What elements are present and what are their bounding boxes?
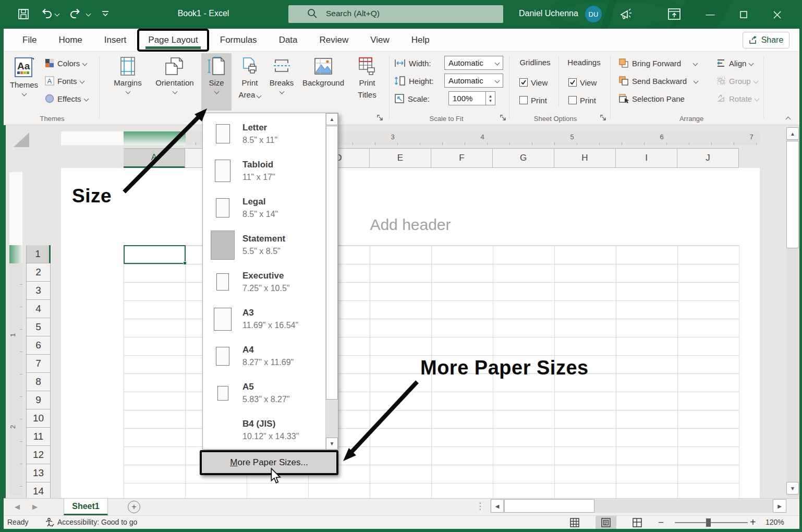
column-header[interactable]: H: [554, 148, 616, 168]
horizontal-scroll-thumb[interactable]: [504, 499, 594, 513]
bring-forward-button[interactable]: Bring Forward: [618, 56, 697, 70]
column-header[interactable]: J: [677, 148, 739, 168]
gridlines-print-checkbox[interactable]: Print: [519, 93, 547, 107]
row-header[interactable]: 4: [26, 300, 51, 318]
page-break-view-button[interactable]: [632, 517, 642, 528]
save-icon[interactable]: [18, 8, 29, 20]
zoom-level[interactable]: 120%: [765, 518, 784, 526]
ribbon-display-options-icon[interactable]: [667, 7, 681, 21]
redo-button[interactable]: [69, 7, 82, 21]
zoom-in-button[interactable]: +: [750, 516, 756, 528]
sheet-nav-left[interactable]: ◀: [15, 503, 20, 511]
ribbon-tab[interactable]: File: [11, 29, 47, 52]
select-all-corner[interactable]: [14, 132, 29, 147]
undo-dropdown-chevron[interactable]: [55, 11, 60, 17]
height-combo[interactable]: Automatic: [444, 74, 503, 88]
size-button[interactable]: Size: [201, 53, 232, 111]
ribbon-tab[interactable]: Help: [400, 29, 441, 52]
more-paper-sizes-item[interactable]: More Paper Sizes...: [200, 450, 338, 475]
scroll-right-button[interactable]: ▶: [773, 499, 786, 513]
column-header[interactable]: I: [616, 148, 677, 168]
align-button[interactable]: Align: [716, 56, 753, 70]
normal-view-button[interactable]: [569, 517, 580, 528]
group-button[interactable]: Group: [716, 74, 758, 88]
paper-size-option[interactable]: A4 8.27" x 11.69": [203, 337, 325, 374]
sheet-tab-sheet1[interactable]: Sheet1: [64, 499, 108, 515]
paper-size-option[interactable]: B4 (JIS) 10.12" x 14.33": [203, 412, 325, 449]
paper-size-option[interactable]: Statement 5.5" x 8.5": [203, 226, 325, 263]
effects-button[interactable]: Effects: [45, 92, 88, 105]
redo-dropdown-chevron[interactable]: [86, 11, 91, 17]
page-layout-page[interactable]: Add header: [61, 168, 760, 498]
row-header[interactable]: 14: [26, 482, 51, 498]
collapse-ribbon-chevron[interactable]: [786, 117, 791, 122]
row-header[interactable]: 12: [26, 446, 51, 464]
send-backward-button[interactable]: Send Backward: [618, 74, 698, 88]
page-setup-dialog-launcher[interactable]: [376, 114, 384, 122]
paper-size-option[interactable]: A3 11.69" x 16.54": [203, 300, 325, 337]
rotate-button[interactable]: Rotate: [716, 92, 759, 105]
row-header[interactable]: 11: [26, 428, 51, 446]
dropdown-scroll-thumb[interactable]: [326, 126, 338, 400]
headings-print-checkbox[interactable]: Print: [568, 93, 596, 107]
maximize-button[interactable]: [732, 4, 755, 25]
dropdown-scroll-down[interactable]: ▼: [326, 438, 338, 450]
column-header[interactable]: G: [493, 148, 554, 168]
sheet-nav-right[interactable]: ▶: [32, 503, 38, 511]
row-header[interactable]: 10: [26, 409, 51, 428]
scale-dialog-launcher[interactable]: [500, 114, 507, 122]
orientation-button[interactable]: Orientation: [151, 53, 198, 111]
colors-button[interactable]: Colors: [45, 56, 87, 70]
row-header[interactable]: 3: [26, 282, 51, 300]
ribbon-tab[interactable]: Insert: [93, 29, 138, 52]
undo-button[interactable]: [40, 7, 53, 21]
ribbon-tab[interactable]: View: [359, 29, 400, 52]
row-header[interactable]: 8: [26, 373, 51, 391]
ribbon-tab[interactable]: Data: [268, 29, 309, 52]
row-header[interactable]: 9: [26, 391, 51, 409]
paper-size-option[interactable]: Legal 8.5" x 14": [203, 189, 325, 226]
tab-scroll-splitter[interactable]: ⋮: [476, 501, 484, 512]
paper-size-option[interactable]: Letter 8.5" x 11": [203, 115, 325, 152]
print-titles-button[interactable]: Print Titles: [351, 53, 383, 111]
row-header[interactable]: 5: [26, 318, 51, 336]
user-name[interactable]: Daniel Uchenna: [519, 9, 578, 18]
sheet-options-dialog-launcher[interactable]: [600, 114, 607, 122]
background-button[interactable]: Background: [297, 53, 349, 111]
margins-button[interactable]: Margins: [106, 53, 150, 111]
avatar[interactable]: DU: [585, 6, 602, 22]
headings-view-checkbox[interactable]: View: [568, 76, 597, 89]
row-header[interactable]: 1: [26, 245, 51, 263]
row-header[interactable]: 13: [26, 464, 51, 482]
themes-button[interactable]: Aa Themes: [8, 53, 40, 111]
page-layout-view-button[interactable]: [596, 516, 616, 529]
share-button[interactable]: Share: [743, 32, 789, 49]
column-header[interactable]: F: [431, 148, 493, 168]
row-header[interactable]: 6: [26, 336, 51, 355]
row-header[interactable]: 7: [26, 355, 51, 373]
zoom-slider-track[interactable]: [675, 522, 748, 523]
scroll-left-button[interactable]: ◀: [491, 499, 504, 513]
quick-access-toolbar-chevron[interactable]: [101, 10, 110, 18]
close-button[interactable]: [765, 4, 788, 25]
scroll-up-button[interactable]: ▲: [786, 127, 799, 140]
paper-size-option[interactable]: Tabloid 11" x 17": [203, 152, 325, 189]
scale-spinner[interactable]: ▲▼: [486, 91, 495, 105]
vertical-scroll-thumb[interactable]: [786, 141, 799, 248]
dropdown-scroll-up[interactable]: ▲: [326, 113, 338, 125]
ribbon-tab[interactable]: Page Layout: [137, 29, 209, 52]
accessibility-status[interactable]: Accessibility: Good to go: [57, 518, 137, 526]
fonts-button[interactable]: A Fonts: [45, 74, 84, 88]
selected-cell-a1[interactable]: [124, 245, 186, 264]
fill-handle[interactable]: [183, 261, 187, 265]
dropdown-scrollbar[interactable]: ▲ ▼: [325, 113, 338, 449]
ribbon-tab[interactable]: Review: [309, 29, 360, 52]
new-sheet-button[interactable]: +: [128, 501, 140, 513]
search-box[interactable]: Search (Alt+Q): [288, 5, 503, 23]
selection-pane-button[interactable]: Selection Pane: [618, 92, 685, 105]
paper-size-option[interactable]: Executive 7.25" x 10.5": [203, 263, 325, 300]
width-combo[interactable]: Automatic: [444, 56, 503, 70]
add-header-placeholder[interactable]: Add header: [61, 216, 760, 234]
ribbon-tab[interactable]: Formulas: [209, 29, 268, 52]
scale-input[interactable]: 100%: [448, 91, 486, 105]
